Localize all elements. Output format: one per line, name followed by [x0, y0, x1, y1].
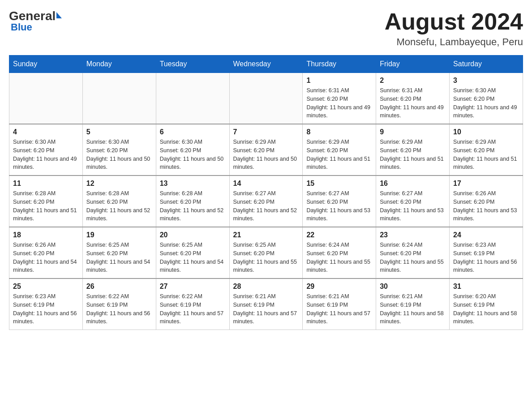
calendar-day-cell: 16Sunrise: 6:27 AM Sunset: 6:20 PM Dayli…: [376, 176, 450, 227]
calendar-day-cell: 17Sunrise: 6:26 AM Sunset: 6:20 PM Dayli…: [450, 176, 523, 227]
calendar-week-row: 11Sunrise: 6:28 AM Sunset: 6:20 PM Dayli…: [9, 176, 523, 227]
calendar-week-row: 4Sunrise: 6:30 AM Sunset: 6:20 PM Daylig…: [9, 124, 523, 176]
calendar-day-cell: 22Sunrise: 6:24 AM Sunset: 6:20 PM Dayli…: [303, 227, 376, 278]
day-number: 17: [453, 180, 519, 188]
day-number: 30: [380, 283, 446, 291]
calendar-day-cell: 20Sunrise: 6:25 AM Sunset: 6:20 PM Dayli…: [156, 227, 229, 278]
calendar-day-cell: 15Sunrise: 6:27 AM Sunset: 6:20 PM Dayli…: [303, 176, 376, 227]
day-number: 18: [13, 231, 79, 239]
day-info: Sunrise: 6:21 AM Sunset: 6:19 PM Dayligh…: [233, 292, 299, 326]
weekday-header-saturday: Saturday: [450, 56, 523, 73]
calendar-day-cell: [156, 73, 229, 124]
calendar-week-row: 1Sunrise: 6:31 AM Sunset: 6:20 PM Daylig…: [9, 73, 523, 124]
day-number: 27: [160, 283, 226, 291]
day-info: Sunrise: 6:27 AM Sunset: 6:20 PM Dayligh…: [233, 189, 299, 223]
weekday-header-wednesday: Wednesday: [229, 56, 303, 73]
day-info: Sunrise: 6:24 AM Sunset: 6:20 PM Dayligh…: [306, 241, 372, 274]
calendar-day-cell: 14Sunrise: 6:27 AM Sunset: 6:20 PM Dayli…: [229, 176, 303, 227]
day-number: 7: [233, 128, 299, 136]
month-year-title: August 2024: [385, 9, 523, 34]
day-info: Sunrise: 6:28 AM Sunset: 6:20 PM Dayligh…: [86, 189, 152, 223]
day-info: Sunrise: 6:31 AM Sunset: 6:20 PM Dayligh…: [380, 86, 446, 120]
day-number: 11: [13, 180, 79, 188]
day-number: 5: [86, 128, 152, 136]
calendar-week-row: 18Sunrise: 6:26 AM Sunset: 6:20 PM Dayli…: [9, 227, 523, 278]
calendar-day-cell: 5Sunrise: 6:30 AM Sunset: 6:20 PM Daylig…: [82, 124, 156, 176]
day-number: 22: [306, 231, 372, 239]
day-info: Sunrise: 6:29 AM Sunset: 6:20 PM Dayligh…: [306, 138, 372, 171]
calendar-day-cell: 8Sunrise: 6:29 AM Sunset: 6:20 PM Daylig…: [303, 124, 376, 176]
day-number: 6: [160, 128, 226, 136]
day-number: 24: [453, 231, 519, 239]
calendar-day-cell: 13Sunrise: 6:28 AM Sunset: 6:20 PM Dayli…: [156, 176, 229, 227]
day-number: 13: [160, 180, 226, 188]
day-number: 10: [453, 128, 519, 136]
logo-area: General Blue: [9, 9, 62, 33]
calendar-week-row: 25Sunrise: 6:23 AM Sunset: 6:19 PM Dayli…: [9, 278, 523, 330]
calendar-day-cell: 24Sunrise: 6:23 AM Sunset: 6:19 PM Dayli…: [450, 227, 523, 278]
day-number: 31: [453, 283, 519, 291]
calendar-day-cell: 25Sunrise: 6:23 AM Sunset: 6:19 PM Dayli…: [9, 278, 83, 330]
calendar-day-cell: 7Sunrise: 6:29 AM Sunset: 6:20 PM Daylig…: [229, 124, 303, 176]
day-info: Sunrise: 6:23 AM Sunset: 6:19 PM Dayligh…: [13, 292, 79, 326]
day-info: Sunrise: 6:28 AM Sunset: 6:20 PM Dayligh…: [13, 189, 79, 223]
day-number: 25: [13, 283, 79, 291]
weekday-header-row: SundayMondayTuesdayWednesdayThursdayFrid…: [9, 56, 523, 73]
day-info: Sunrise: 6:24 AM Sunset: 6:20 PM Dayligh…: [380, 241, 446, 274]
day-info: Sunrise: 6:25 AM Sunset: 6:20 PM Dayligh…: [86, 241, 152, 274]
weekday-header-monday: Monday: [82, 56, 156, 73]
day-number: 14: [233, 180, 299, 188]
calendar-day-cell: 11Sunrise: 6:28 AM Sunset: 6:20 PM Dayli…: [9, 176, 83, 227]
day-info: Sunrise: 6:28 AM Sunset: 6:20 PM Dayligh…: [160, 189, 226, 223]
calendar-day-cell: 28Sunrise: 6:21 AM Sunset: 6:19 PM Dayli…: [229, 278, 303, 330]
calendar-day-cell: 26Sunrise: 6:22 AM Sunset: 6:19 PM Dayli…: [82, 278, 156, 330]
logo-arrow-icon: [56, 12, 62, 18]
calendar-day-cell: 21Sunrise: 6:25 AM Sunset: 6:20 PM Dayli…: [229, 227, 303, 278]
calendar-body: 1Sunrise: 6:31 AM Sunset: 6:20 PM Daylig…: [9, 73, 523, 330]
day-info: Sunrise: 6:25 AM Sunset: 6:20 PM Dayligh…: [160, 241, 226, 274]
day-info: Sunrise: 6:31 AM Sunset: 6:20 PM Dayligh…: [306, 86, 372, 120]
day-number: 1: [306, 77, 372, 85]
calendar-day-cell: 29Sunrise: 6:21 AM Sunset: 6:19 PM Dayli…: [303, 278, 376, 330]
day-info: Sunrise: 6:26 AM Sunset: 6:20 PM Dayligh…: [453, 189, 519, 223]
calendar-day-cell: 3Sunrise: 6:30 AM Sunset: 6:20 PM Daylig…: [450, 73, 523, 124]
calendar-day-cell: 30Sunrise: 6:21 AM Sunset: 6:19 PM Dayli…: [376, 278, 450, 330]
day-info: Sunrise: 6:26 AM Sunset: 6:20 PM Dayligh…: [13, 241, 79, 274]
day-info: Sunrise: 6:29 AM Sunset: 6:20 PM Dayligh…: [380, 138, 446, 171]
day-number: 19: [86, 231, 152, 239]
day-info: Sunrise: 6:30 AM Sunset: 6:20 PM Dayligh…: [453, 86, 519, 120]
day-info: Sunrise: 6:22 AM Sunset: 6:19 PM Dayligh…: [86, 292, 152, 326]
calendar-day-cell: 1Sunrise: 6:31 AM Sunset: 6:20 PM Daylig…: [303, 73, 376, 124]
day-info: Sunrise: 6:30 AM Sunset: 6:20 PM Dayligh…: [86, 138, 152, 171]
calendar-day-cell: [9, 73, 83, 124]
day-number: 21: [233, 231, 299, 239]
day-number: 28: [233, 283, 299, 291]
day-number: 29: [306, 283, 372, 291]
calendar-day-cell: 27Sunrise: 6:22 AM Sunset: 6:19 PM Dayli…: [156, 278, 229, 330]
day-number: 12: [86, 180, 152, 188]
calendar-day-cell: [82, 73, 156, 124]
weekday-header-thursday: Thursday: [303, 56, 376, 73]
calendar-day-cell: 23Sunrise: 6:24 AM Sunset: 6:20 PM Dayli…: [376, 227, 450, 278]
calendar-day-cell: [229, 73, 303, 124]
day-info: Sunrise: 6:23 AM Sunset: 6:19 PM Dayligh…: [453, 241, 519, 274]
day-number: 20: [160, 231, 226, 239]
title-area: August 2024 Monsefu, Lambayeque, Peru: [385, 9, 523, 48]
day-number: 16: [380, 180, 446, 188]
calendar-day-cell: 9Sunrise: 6:29 AM Sunset: 6:20 PM Daylig…: [376, 124, 450, 176]
calendar-day-cell: 6Sunrise: 6:30 AM Sunset: 6:20 PM Daylig…: [156, 124, 229, 176]
calendar-table: SundayMondayTuesdayWednesdayThursdayFrid…: [9, 55, 523, 330]
day-info: Sunrise: 6:22 AM Sunset: 6:19 PM Dayligh…: [160, 292, 226, 326]
calendar-day-cell: 2Sunrise: 6:31 AM Sunset: 6:20 PM Daylig…: [376, 73, 450, 124]
day-info: Sunrise: 6:27 AM Sunset: 6:20 PM Dayligh…: [380, 189, 446, 223]
logo-blue: Blue: [11, 21, 32, 33]
day-number: 23: [380, 231, 446, 239]
day-info: Sunrise: 6:25 AM Sunset: 6:20 PM Dayligh…: [233, 241, 299, 274]
day-number: 3: [453, 77, 519, 85]
day-number: 4: [13, 128, 79, 136]
day-number: 15: [306, 180, 372, 188]
day-number: 2: [380, 77, 446, 85]
header: General Blue August 2024 Monsefu, Lambay…: [9, 9, 523, 48]
calendar-day-cell: 19Sunrise: 6:25 AM Sunset: 6:20 PM Dayli…: [82, 227, 156, 278]
day-info: Sunrise: 6:29 AM Sunset: 6:20 PM Dayligh…: [453, 138, 519, 171]
